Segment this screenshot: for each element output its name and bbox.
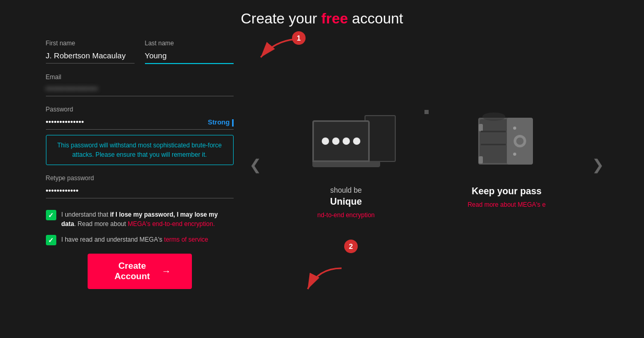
lock-dot-2 [513,153,516,156]
annotation-1-text: 1 [297,34,301,42]
checkbox-row-1: I understand that if I lose my password,… [46,210,234,229]
encryption-link[interactable]: MEGA's end-to-end encryption. [128,220,215,228]
last-name-group: Last name [145,40,234,64]
name-row: First name Last name [46,40,234,64]
safe-illustration-container [476,110,538,178]
pw-dot-4 [353,137,360,145]
checkbox1-text-normal1: I understand that [62,211,110,218]
checkbox2-text-normal: I have read and understand MEGA's [62,236,164,243]
safe-svg [476,112,538,175]
card2-link[interactable]: Read more about MEGA's e [468,201,546,208]
carousel-cards: should be Unique nd-to-end encryption [289,110,564,219]
password-strength-label: Strong [208,118,234,127]
checkbox-1-text: I understand that if I lose my password,… [62,210,234,229]
last-name-input[interactable] [145,49,234,64]
pw-dot-1 [322,137,329,145]
email-value-blurred: •••••••••••••••••••••• [46,83,234,95]
dot-separator-container [419,110,434,114]
card1-link[interactable]: nd-to-end encryption [317,211,374,219]
checkbox-2-text: I have read and understand MEGA's terms … [62,235,209,244]
checkbox-row-2: I have read and understand MEGA's terms … [46,235,234,245]
password-wrapper: Strong [46,115,234,130]
password-group: Password Strong This password will withs… [46,106,234,165]
carousel-section: ❮ [244,40,609,289]
lock-dot-1 [513,127,516,130]
page-container: Create your free account First name Last… [0,0,644,338]
last-name-label: Last name [145,40,234,47]
laptop-illustration [312,120,380,167]
checkbox1-text-normal2: . Read more about [74,220,128,228]
title-suffix: account [348,10,403,27]
create-account-arrow: → [162,266,171,277]
form-section: First name Last name Email •••••••••••••… [35,40,244,289]
retype-label: Retype password [46,174,234,182]
card2-title: Keep your pass [471,186,541,197]
carousel-card-2: Keep your pass Read more about MEGA's e [449,110,564,208]
hinge-bottom [479,156,483,164]
carousel-card-1: should be Unique nd-to-end encryption [289,110,404,219]
safe-shadow [482,112,505,121]
carousel-nav-left[interactable]: ❮ [249,156,261,173]
laptop-base [312,162,380,167]
pw-dot-3 [343,137,350,145]
shelf-2 [481,144,506,145]
annotation-2-text: 2 [349,242,353,251]
email-label: Email [46,73,234,81]
hinge-top [479,124,483,131]
password-input[interactable] [46,115,234,130]
password-dots-display [322,137,360,145]
password-hint: This password will withstand most sophis… [46,135,234,165]
safe-handle-inner [516,137,524,145]
create-account-button[interactable]: Create Account → [88,254,192,289]
card2-link-text: Read more about MEGA's e [468,201,546,208]
password-label: Password [46,106,234,113]
create-account-label: Create Account [108,261,156,282]
checkboxes-section: I understand that if I lose my password,… [46,210,234,245]
laptop-illustration-container [312,110,380,178]
shelf-1 [481,131,506,132]
retype-input[interactable] [46,184,234,198]
pw-dot-2 [332,137,339,145]
first-name-group: First name [46,40,135,64]
card1-title: Unique [330,196,362,207]
dot-separator [424,110,429,114]
email-group: Email •••••••••••••••••••••• [46,73,234,96]
title-prefix: Create your [241,10,321,27]
annotation-bubble-2: 2 [344,240,358,253]
card1-subtitle: should be [330,186,362,194]
title-highlight: free [321,10,348,27]
first-name-label: First name [46,40,135,47]
checkbox-2[interactable] [46,235,56,245]
checkbox-1[interactable] [46,210,56,220]
main-content: First name Last name Email •••••••••••••… [0,40,644,289]
card1-link-text: nd-to-end encryption [317,211,374,219]
page-title: Create your free account [241,10,403,27]
strength-bar [232,119,234,127]
laptop-screen [312,120,370,162]
carousel-nav-right[interactable]: ❯ [592,156,604,173]
first-name-input[interactable] [46,49,135,64]
annotation-bubble-1: 1 [292,31,306,45]
retype-group: Retype password [46,174,234,198]
tos-link[interactable]: terms of service [164,236,209,243]
